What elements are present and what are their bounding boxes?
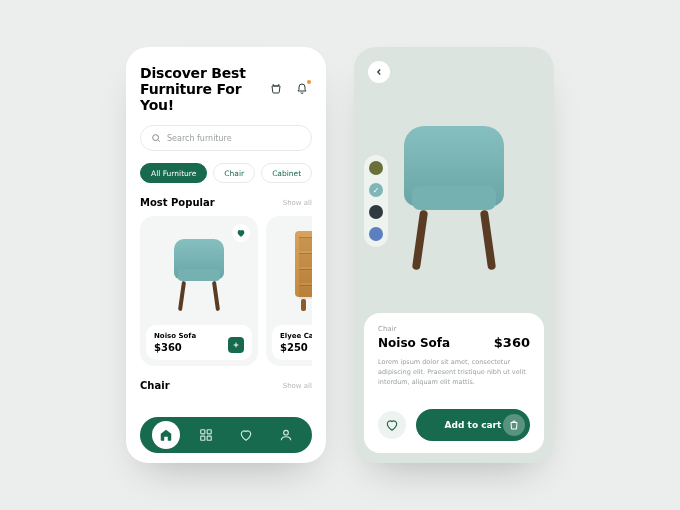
cart-icon[interactable] <box>266 79 286 99</box>
section-heading-chair: Chair <box>140 380 170 391</box>
heart-icon <box>385 418 399 432</box>
grid-icon <box>199 428 213 442</box>
user-icon <box>279 428 293 442</box>
nav-favorites[interactable] <box>232 421 260 449</box>
bag-icon <box>508 419 520 431</box>
product-price: $250 <box>280 342 312 353</box>
page-title: Discover Best Furniture For You! <box>140 65 266 113</box>
breadcrumb: Chair <box>378 325 530 333</box>
section-heading-popular: Most Popular <box>140 197 215 208</box>
plus-icon <box>232 341 240 349</box>
product-card[interactable]: Noiso Sofa $360 <box>140 216 258 366</box>
chip-chair[interactable]: Chair <box>213 163 255 183</box>
title-line2: Furniture For You! <box>140 81 266 113</box>
detail-name: Noiso Sofa <box>378 336 450 350</box>
nav-profile[interactable] <box>272 421 300 449</box>
swatch-teal[interactable] <box>369 183 383 197</box>
nav-home[interactable] <box>152 421 180 449</box>
swatch-charcoal[interactable] <box>369 205 383 219</box>
category-chips: All Furniture Chair Cabinet Lamp Table <box>140 163 312 183</box>
detail-price: $360 <box>494 335 530 350</box>
svg-point-0 <box>153 135 159 141</box>
nav-categories[interactable] <box>192 421 220 449</box>
color-swatches <box>364 155 388 247</box>
detail-sheet: Chair Noiso Sofa $360 Lorem ipsum dolor … <box>364 313 544 453</box>
svg-rect-3 <box>201 436 205 440</box>
title-line1: Discover Best <box>140 65 266 81</box>
product-price: $360 <box>154 342 196 353</box>
show-all-popular-link[interactable]: Show all <box>283 199 312 207</box>
bottom-navbar <box>140 417 312 453</box>
search-placeholder: Search furniture <box>167 134 232 143</box>
detail-description: Lorem ipsum dolor sit amet, consectetur … <box>378 358 530 387</box>
swatch-olive[interactable] <box>369 161 383 175</box>
heart-icon <box>236 228 246 238</box>
notification-dot <box>307 80 311 84</box>
swatch-blue[interactable] <box>369 227 383 241</box>
chip-all-furniture[interactable]: All Furniture <box>140 163 207 183</box>
svg-rect-4 <box>207 436 211 440</box>
like-button[interactable] <box>378 411 406 439</box>
svg-rect-1 <box>201 430 205 434</box>
svg-rect-2 <box>207 430 211 434</box>
add-button[interactable] <box>228 337 244 353</box>
chip-cabinet[interactable]: Cabinet <box>261 163 312 183</box>
popular-cards: Noiso Sofa $360 <box>140 216 312 366</box>
bell-icon[interactable] <box>292 79 312 99</box>
cta-label: Add to cart <box>445 420 502 430</box>
detail-screen: Chair Noiso Sofa $360 Lorem ipsum dolor … <box>354 47 554 463</box>
show-all-chair-link[interactable]: Show all <box>283 382 312 390</box>
home-screen: Discover Best Furniture For You! Search … <box>126 47 326 463</box>
product-card[interactable]: Elyee Cabinet $250 <box>266 216 312 366</box>
home-icon <box>159 428 173 442</box>
search-icon <box>151 133 161 143</box>
heart-icon <box>239 428 253 442</box>
product-image <box>266 216 312 325</box>
product-name: Noiso Sofa <box>154 332 196 340</box>
product-name: Elyee Cabinet <box>280 332 312 340</box>
add-to-cart-button[interactable]: Add to cart <box>416 409 530 441</box>
cart-bubble <box>503 414 525 436</box>
svg-point-5 <box>284 430 289 435</box>
search-input[interactable]: Search furniture <box>140 125 312 151</box>
